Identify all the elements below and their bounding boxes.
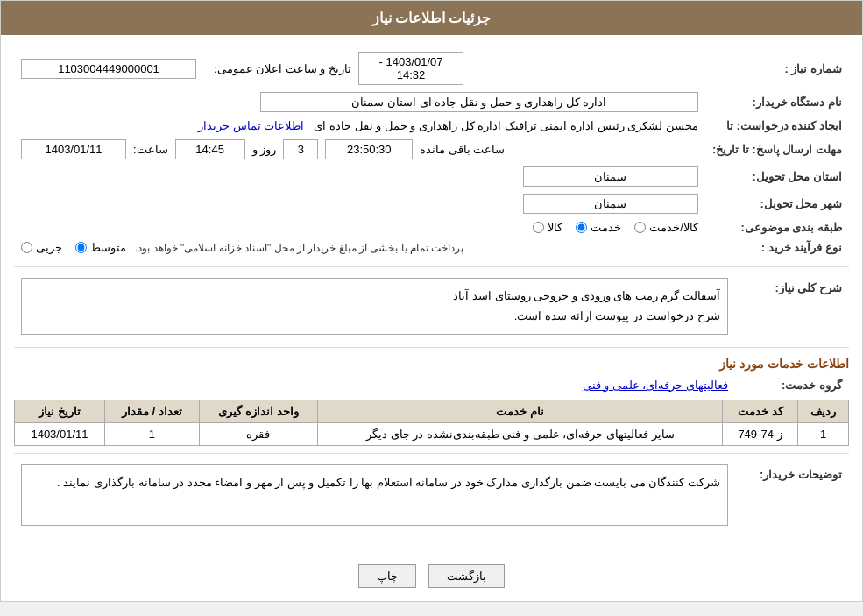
days-label: روز و [252,143,277,156]
service-code: ز-74-749 [723,422,798,445]
description-box: آسفالت گرم رمپ های ورودی و خروجی روستای … [21,278,728,335]
service-group-value[interactable]: فعالیتهای حرفه‌ای، علمی و فنی [583,379,728,392]
send-deadline-label: مهلت ارسال پاسخ: تا تاریخ: [705,136,849,163]
col-header-name: نام خدمت [318,400,723,422]
back-button[interactable]: بازگشت [428,564,505,588]
category-label: طبقه بندی موضوعی: [705,217,849,237]
description-label: شرح کلی نیاز: [735,274,849,338]
created-by-value: محسن لشکری رئیس اداره ایمنی ترافیک اداره… [314,119,698,132]
buyer-notes-text: شرکت کنندگان می بایست ضمن بارگذاری مدارک… [57,476,720,489]
category-khedmat[interactable]: خدمت [576,221,621,234]
description-line2: شرح درخواست در پیوست ارائه شده است. [29,306,720,326]
category-kala-khedmat[interactable]: کالا/خدمت [634,221,698,234]
public-date-label: تاریخ و ساعت اعلان عمومی: [214,62,351,75]
purchase-type-label: نوع فرآیند خرید : [705,237,849,258]
province-label: استان محل تحویل: [705,163,849,190]
quantity: 1 [104,422,199,445]
public-date-value: 1403/01/07 - 14:32 [358,52,463,85]
row-num: 1 [798,422,849,445]
services-section-title: اطلاعات خدمات مورد نیاز [14,357,849,371]
buyer-notes-box: شرکت کنندگان می بایست ضمن بارگذاری مدارک… [21,464,728,526]
time-label: ساعت: [133,143,168,156]
created-by-label: ایجاد کننده درخواست: تا [705,116,849,136]
city-label: شهر محل تحویل: [705,190,849,217]
need-number-value: 1103004449000001 [21,59,196,79]
description-line1: آسفالت گرم رمپ های ورودی و خروجی روستای … [29,286,720,306]
print-button[interactable]: چاپ [358,564,416,588]
unit: فقره [199,422,318,445]
days-value: 3 [283,139,318,159]
category-kala[interactable]: کالا [533,221,562,234]
col-header-qty: تعداد / مقدار [104,400,199,422]
contact-link[interactable]: اطلاعات تماس خریدار [198,119,304,132]
col-header-code: کد خدمت [723,400,798,422]
service-group-label: گروه خدمت: [735,375,849,395]
remaining-value: 23:50:30 [325,139,413,159]
remaining-label: ساعت باقی مانده [420,143,505,156]
purchase-type-motovaset[interactable]: متوسط [75,241,126,254]
time-value: 14:45 [175,139,245,159]
purchase-type-note: پرداخت تمام یا بخشی از مبلغ خریدار از مح… [135,242,463,254]
page-title: جزئیات اطلاعات نیاز [372,11,492,25]
city-value: سمنان [523,194,698,214]
date-value: 1403/01/11 [21,139,126,159]
table-row: 1 ز-74-749 سایر فعالیتهای حرفه‌ای، علمی … [15,422,849,445]
page-header: جزئیات اطلاعات نیاز [1,1,862,35]
buyer-notes-label: توضیحات خریدار: [735,461,849,529]
buttons-row: بازگشت چاپ [1,551,862,601]
services-table: ردیف کد خدمت نام خدمت واحد اندازه گیری ت… [14,400,849,446]
col-header-row: ردیف [798,400,849,422]
service-name: سایر فعالیتهای حرفه‌ای، علمی و فنی طبقه‌… [318,422,723,445]
buyer-org-label: نام دستگاه خریدار: [705,89,849,116]
need-number-label: شماره نیاز : [705,48,849,89]
col-header-unit: واحد اندازه گیری [199,400,318,422]
buyer-org-value: اداره کل راهداری و حمل و نقل جاده ای است… [260,92,698,112]
need-date: 1403/01/11 [15,422,105,445]
purchase-type-jozi[interactable]: جزیی [21,241,62,254]
col-header-date: تاریخ نیاز [15,400,105,422]
province-value: سمنان [523,166,698,187]
